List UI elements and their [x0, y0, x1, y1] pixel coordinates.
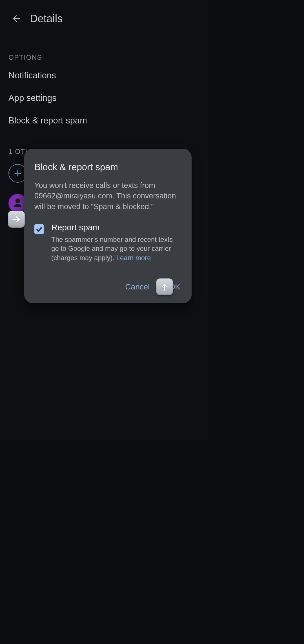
section-label-options: OPTIONS: [0, 34, 208, 64]
cancel-button[interactable]: Cancel: [124, 281, 151, 293]
learn-more-link[interactable]: Learn more: [116, 254, 151, 262]
check-icon: [35, 225, 43, 233]
page-title: Details: [30, 13, 63, 25]
hint-arrow-right-icon: [8, 211, 25, 228]
back-button[interactable]: [10, 12, 23, 25]
dialog-title: Block & report spam: [34, 162, 181, 172]
dialog-body: You won't receive calls or texts from 09…: [34, 180, 181, 212]
plus-icon: +: [14, 167, 21, 180]
person-icon: [12, 198, 23, 209]
report-spam-desc-text: The spammer’s number and recent texts go…: [51, 236, 173, 262]
option-notifications[interactable]: Notifications: [0, 64, 208, 87]
hint-arrow-up-icon: [156, 278, 173, 295]
option-app-settings[interactable]: App settings: [0, 87, 208, 109]
report-spam-row: Report spam The spammer’s number and rec…: [34, 223, 181, 263]
back-arrow-icon: [11, 14, 21, 24]
report-spam-desc: The spammer’s number and recent texts go…: [51, 235, 181, 263]
report-spam-label: Report spam: [51, 223, 181, 232]
report-spam-checkbox[interactable]: [34, 224, 44, 234]
header: Details: [0, 0, 208, 34]
option-block-report[interactable]: Block & report spam: [0, 109, 208, 132]
screen: Details OPTIONS Notifications App settin…: [0, 0, 208, 440]
